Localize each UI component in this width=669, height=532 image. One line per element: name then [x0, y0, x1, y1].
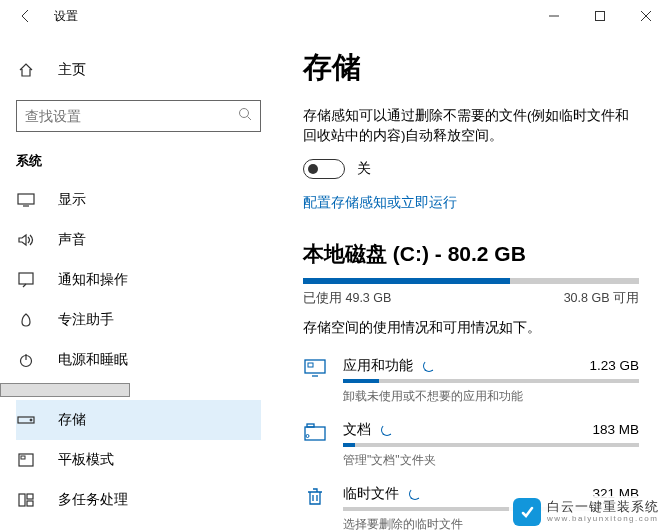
- disk-usage-bar: [303, 278, 639, 284]
- watermark: 白云一键重装系统 www.baiyunxitong.com: [509, 496, 663, 528]
- search-box[interactable]: [16, 100, 261, 132]
- svg-rect-16: [307, 424, 314, 427]
- display-icon: [16, 193, 36, 207]
- svg-rect-11: [27, 501, 33, 506]
- nav-power[interactable]: 电源和睡眠: [16, 340, 261, 380]
- nav-tablet[interactable]: 平板模式: [16, 440, 261, 480]
- category-documents[interactable]: 文档183 MB 管理"文档"文件夹: [303, 415, 639, 479]
- tablet-icon: [16, 453, 36, 467]
- power-icon: [16, 352, 36, 368]
- focus-icon: [16, 312, 36, 328]
- used-label: 已使用 49.3 GB: [303, 290, 391, 307]
- trash-icon: [303, 485, 327, 507]
- home-label: 主页: [58, 61, 86, 79]
- configure-link[interactable]: 配置存储感知或立即运行: [303, 194, 457, 212]
- loading-spinner: [381, 424, 393, 436]
- sidebar-section-header: 系统: [16, 148, 261, 174]
- loading-spinner: [423, 360, 435, 372]
- notification-icon: [16, 272, 36, 288]
- maximize-button[interactable]: [577, 0, 623, 32]
- svg-point-17: [306, 434, 309, 437]
- svg-rect-14: [308, 363, 313, 367]
- nav-storage[interactable]: 存储: [16, 400, 261, 440]
- nav-notifications[interactable]: 通知和操作: [16, 260, 261, 300]
- svg-rect-0: [596, 12, 605, 21]
- svg-rect-2: [18, 194, 34, 204]
- disk-title: 本地磁盘 (C:) - 80.2 GB: [303, 240, 639, 268]
- close-button[interactable]: [623, 0, 669, 32]
- nav-project[interactable]: 投影到此电脑: [16, 520, 261, 532]
- svg-rect-8: [21, 456, 25, 459]
- multitask-icon: [16, 493, 36, 507]
- main-content: 存储 存储感知可以通过删除不需要的文件(例如临时文件和回收站中的内容)自动释放空…: [277, 32, 669, 532]
- back-button[interactable]: [12, 2, 40, 30]
- watermark-logo: [513, 498, 541, 526]
- usage-desc: 存储空间的使用情况和可用情况如下。: [303, 319, 639, 337]
- nav-sound[interactable]: 声音: [16, 220, 261, 260]
- home-icon: [16, 62, 36, 78]
- storage-sense-toggle[interactable]: [303, 159, 345, 179]
- sound-icon: [16, 233, 36, 247]
- category-apps[interactable]: 应用和功能1.23 GB 卸载未使用或不想要的应用和功能: [303, 351, 639, 415]
- nav-display[interactable]: 显示: [16, 180, 261, 220]
- sidebar: 主页 系统 显示 声音 通知和操作 专注助手 电源和睡眠: [0, 32, 277, 532]
- svg-rect-10: [27, 494, 33, 499]
- toggle-label: 关: [357, 160, 371, 178]
- home-link[interactable]: 主页: [16, 52, 261, 88]
- storage-icon: [16, 414, 36, 426]
- svg-rect-3: [19, 273, 33, 284]
- search-input[interactable]: [25, 108, 238, 124]
- nav-focus[interactable]: 专注助手: [16, 300, 261, 340]
- window-title: 设置: [54, 8, 78, 25]
- svg-point-6: [30, 419, 32, 421]
- svg-rect-9: [19, 494, 25, 506]
- page-title: 存储: [303, 48, 639, 88]
- storage-sense-desc: 存储感知可以通过删除不需要的文件(例如临时文件和回收站中的内容)自动释放空间。: [303, 106, 639, 147]
- svg-point-1: [240, 109, 249, 118]
- search-icon: [238, 107, 252, 125]
- apps-icon: [303, 357, 327, 377]
- redacted-item: [0, 383, 130, 397]
- minimize-button[interactable]: [531, 0, 577, 32]
- svg-rect-15: [305, 427, 325, 440]
- documents-icon: [303, 421, 327, 441]
- free-label: 30.8 GB 可用: [564, 290, 639, 307]
- loading-spinner: [409, 488, 421, 500]
- nav-multitask[interactable]: 多任务处理: [16, 480, 261, 520]
